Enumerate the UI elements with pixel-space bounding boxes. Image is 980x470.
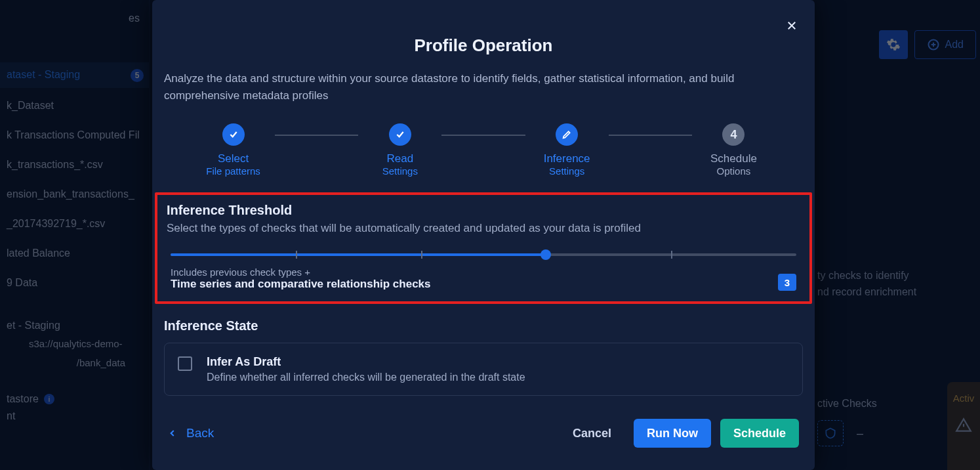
back-label: Back <box>186 426 214 440</box>
stepper: Select File patterns Read Settings Infer… <box>192 123 775 177</box>
check-icon <box>222 123 245 146</box>
inference-threshold-title: Inference Threshold <box>167 203 800 218</box>
pencil-icon <box>556 123 578 146</box>
threshold-caption-line1: Includes previous check types + <box>171 267 431 278</box>
close-button[interactable] <box>786 20 798 32</box>
infer-as-draft-option[interactable]: Infer As Draft Define whether all inferr… <box>164 343 803 396</box>
inference-threshold-desc: Select the types of checks that will be … <box>167 222 800 235</box>
modal-footer: Back Cancel Run Now Schedule <box>152 416 815 470</box>
run-now-button[interactable]: Run Now <box>634 419 711 448</box>
infer-as-draft-checkbox[interactable] <box>178 356 192 371</box>
inference-threshold-section: Inference Threshold Select the types of … <box>155 192 812 304</box>
modal-title: Profile Operation <box>152 0 815 56</box>
threshold-value-badge: 3 <box>778 274 796 291</box>
inference-state-title: Inference State <box>164 318 803 333</box>
step-select[interactable]: Select File patterns <box>192 123 275 177</box>
threshold-caption-line2: Time series and comparative relationship… <box>171 278 431 291</box>
schedule-button[interactable]: Schedule <box>720 419 799 448</box>
modal-description: Analyze the data and structure within yo… <box>152 56 815 104</box>
step-read[interactable]: Read Settings <box>358 123 441 177</box>
close-icon <box>786 20 798 32</box>
step-inference[interactable]: Inference Settings <box>525 123 609 177</box>
infer-as-draft-title: Infer As Draft <box>207 355 525 369</box>
infer-as-draft-desc: Define whether all inferred checks will … <box>207 372 525 383</box>
check-icon <box>389 123 411 146</box>
step-number: 4 <box>722 123 745 146</box>
chevron-left-icon <box>168 427 177 439</box>
profile-operation-modal: Profile Operation Analyze the data and s… <box>152 0 815 470</box>
inference-state-section: Inference State Infer As Draft Define wh… <box>164 318 803 396</box>
inference-threshold-slider[interactable] <box>171 249 796 260</box>
step-schedule[interactable]: 4 Schedule Options <box>692 123 775 177</box>
cancel-button[interactable]: Cancel <box>560 419 624 448</box>
back-button[interactable]: Back <box>168 426 214 440</box>
slider-thumb[interactable] <box>541 249 551 260</box>
